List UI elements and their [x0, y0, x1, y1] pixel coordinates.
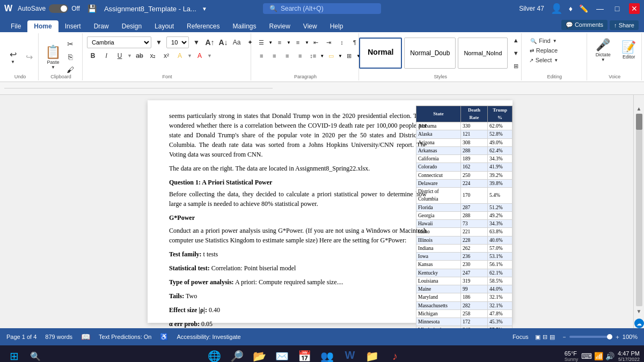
autosave-toggle[interactable] — [49, 4, 68, 13]
dropdown-arrow-icon[interactable]: ▼ — [202, 6, 207, 12]
style-normal[interactable]: Normal — [359, 38, 402, 69]
tab-mailings[interactable]: Mailings — [226, 20, 262, 32]
numbering-button[interactable]: ≡ — [274, 36, 286, 48]
decrease-indent-button[interactable]: ⇤ — [310, 36, 322, 48]
undo-section-content: ↩ ▼ ↪ — [5, 34, 36, 79]
aa-button[interactable]: Aa — [231, 36, 243, 48]
style-normal-noind[interactable]: Normal_NoInd — [458, 38, 508, 69]
focus-label[interactable]: Focus — [513, 334, 529, 340]
copy-button[interactable]: ⎘ — [64, 51, 76, 63]
undo-button[interactable]: ↩ ▼ — [5, 43, 20, 70]
search-bar[interactable]: 🔍 Search (Alt+Q) — [263, 3, 381, 14]
taskbar-edge[interactable]: 🌐 — [205, 346, 224, 362]
replace-button[interactable]: ⇄ Replace — [526, 46, 562, 55]
maximize-button[interactable]: □ — [612, 3, 623, 14]
taskbar-mail[interactable]: ✉️ — [273, 346, 292, 362]
taskbar-teams[interactable]: 👥 — [318, 346, 337, 362]
weather-temp: 65°F — [565, 350, 579, 357]
table-cell-state: California — [416, 155, 461, 163]
font-size-select[interactable]: 10 — [166, 36, 189, 48]
view-read-icon[interactable]: ▤ — [550, 334, 555, 341]
underline-button[interactable]: U — [114, 50, 126, 62]
taskbar-calendar[interactable]: 📅 — [295, 346, 314, 362]
redo-button[interactable]: ↪ — [21, 43, 36, 70]
table-cell-trump: 5.4% — [488, 188, 513, 204]
decrease-font-button[interactable]: A↓ — [217, 36, 229, 48]
scrollbar-thumb[interactable] — [636, 114, 642, 130]
taskbar-music[interactable]: ♪ — [385, 346, 405, 362]
scrollbar-track[interactable] — [636, 114, 642, 306]
align-right-button[interactable]: ≡ — [281, 50, 293, 62]
scroll-up-button[interactable]: ▲ — [636, 106, 642, 112]
tab-design[interactable]: Design — [115, 20, 148, 32]
font-size-dropdown-icon[interactable]: ▼ — [191, 36, 202, 48]
increase-font-button[interactable]: A↑ — [204, 36, 216, 48]
tab-share[interactable]: ↑ Share — [610, 20, 639, 30]
view-print-icon[interactable]: ▣ — [535, 334, 540, 341]
tab-review[interactable]: Review — [263, 20, 297, 32]
font-family-select[interactable]: Cambria — [87, 36, 151, 48]
zoom-slider[interactable] — [569, 336, 612, 338]
tab-draw[interactable]: Draw — [87, 20, 115, 32]
tab-comments[interactable]: 💬 Comments — [561, 20, 608, 30]
align-center-button[interactable]: ≡ — [268, 50, 280, 62]
cut-button[interactable]: ✂ — [64, 38, 76, 50]
save-icon[interactable]: 💾 — [87, 4, 97, 13]
undo-dropdown-icon[interactable]: ▼ — [11, 60, 15, 64]
select-label: Select — [536, 57, 552, 63]
style-normal-doub[interactable]: Normal_Doub — [404, 38, 456, 69]
styles-scroll-down[interactable]: ▼ — [510, 47, 522, 59]
paste-button[interactable]: 📋 Paste ▼ — [43, 46, 63, 68]
find-button[interactable]: 🔍 Find ▼ — [526, 36, 562, 45]
styles-expand[interactable]: ⊞ — [510, 60, 522, 72]
line-spacing-button[interactable]: ↕≡ — [307, 50, 319, 62]
close-button[interactable]: ✕ — [629, 3, 640, 14]
font-name-dropdown-icon[interactable]: ▼ — [153, 36, 165, 48]
align-left-button[interactable]: ≡ — [255, 50, 267, 62]
increase-indent-button[interactable]: ⇥ — [323, 36, 335, 48]
tab-insert[interactable]: Insert — [58, 20, 87, 32]
tab-help[interactable]: Help — [324, 20, 350, 32]
dictate-button[interactable]: 🎤 Dictate ▼ — [591, 36, 615, 63]
find-dropdown-icon[interactable]: ▼ — [553, 39, 557, 43]
taskbar-files[interactable]: 📂 — [250, 346, 269, 362]
minimize-button[interactable]: — — [595, 3, 605, 14]
zoom-out-button[interactable]: － — [561, 333, 567, 341]
text-highlight-button[interactable]: A — [174, 50, 186, 62]
view-web-icon[interactable]: ⊟ — [543, 334, 547, 341]
tab-layout[interactable]: Layout — [148, 20, 180, 32]
table-cell-trump: 41.9% — [488, 163, 513, 171]
table-cell-deathrate: 287 — [461, 203, 488, 211]
taskbar-search[interactable]: 🔎 — [228, 346, 247, 362]
subscript-button[interactable]: x₂ — [147, 50, 159, 62]
tab-home[interactable]: Home — [27, 20, 58, 32]
onedrive-icon[interactable]: ☁ — [634, 319, 644, 328]
search-taskbar-button[interactable]: 🔍 — [26, 346, 45, 362]
scroll-down-button[interactable]: ▼ — [636, 308, 642, 314]
zoom-in-button[interactable]: ＋ — [614, 333, 620, 341]
borders-button[interactable]: ⊞ — [343, 50, 355, 62]
italic-button[interactable]: I — [100, 50, 112, 62]
strikethrough-button[interactable]: ab — [134, 50, 145, 62]
bullets-button[interactable]: ☰ — [255, 36, 267, 48]
table-row: Massachusetts28232.1% — [416, 301, 513, 309]
tab-references[interactable]: References — [180, 20, 226, 32]
justify-button[interactable]: ≡ — [294, 50, 306, 62]
styles-scroll-up[interactable]: ▲ — [510, 34, 522, 46]
font-color-button[interactable]: A — [194, 50, 206, 62]
dictate-dropdown-icon[interactable]: ▼ — [601, 57, 605, 62]
shading-button[interactable]: ▭ — [325, 50, 337, 62]
paste-dropdown-icon[interactable]: ▼ — [51, 65, 55, 70]
start-button[interactable]: ⊞ — [4, 346, 24, 362]
multilevel-button[interactable]: ≡ — [292, 36, 304, 48]
taskbar-explorer[interactable]: 📁 — [363, 346, 382, 362]
bold-button[interactable]: B — [87, 50, 99, 62]
sort-button[interactable]: ↕ — [336, 36, 348, 48]
taskbar-word[interactable]: W — [340, 346, 360, 362]
select-dropdown-icon[interactable]: ▼ — [554, 58, 558, 63]
tab-file[interactable]: File — [4, 20, 27, 32]
tab-view[interactable]: View — [297, 20, 324, 32]
editor-button[interactable]: 📝 Editor — [617, 36, 641, 63]
superscript-button[interactable]: x² — [160, 50, 172, 62]
select-button[interactable]: ↗ Select ▼ — [526, 56, 562, 64]
